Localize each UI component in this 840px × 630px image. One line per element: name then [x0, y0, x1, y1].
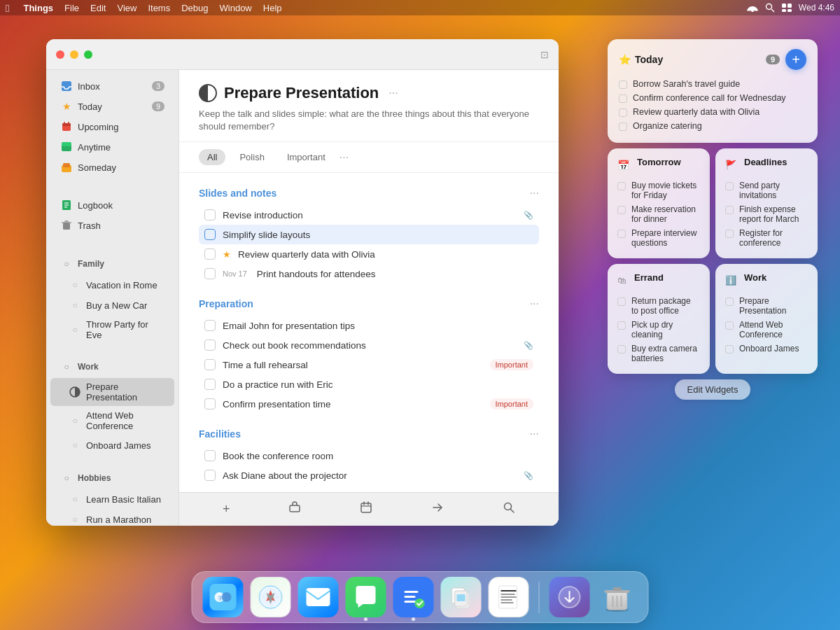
filter-important[interactable]: Important [279, 149, 334, 165]
dock-app-safari[interactable] [251, 577, 291, 617]
work-item-1[interactable]: Prepare Presentation [725, 294, 808, 318]
sidebar-item-vacation-rome[interactable]: ○ Vacation in Rome [50, 275, 174, 295]
book-room-checkbox[interactable] [204, 450, 216, 461]
tomorrow-item-3[interactable]: Prepare interview questions [617, 226, 700, 250]
sidebar-item-learn-italian[interactable]: ○ Learn Basic Italian [50, 489, 174, 509]
today-add-button[interactable]: + [785, 49, 806, 70]
work-item-2[interactable]: Attend Web Conference [725, 318, 808, 342]
check-books-checkbox[interactable] [204, 340, 216, 351]
today-item-2[interactable]: Confirm conference call for Wednesday [619, 91, 806, 105]
sidebar-item-today[interactable]: ★ Today 9 [50, 97, 174, 116]
deadlines-item-1-checkbox[interactable] [725, 182, 734, 190]
rehearsal-checkbox[interactable] [204, 359, 216, 370]
menubar-app-name[interactable]: Things [23, 3, 53, 13]
revise-intro-checkbox[interactable] [204, 209, 216, 220]
errand-item-2-checkbox[interactable] [617, 321, 626, 330]
sidebar-item-trash[interactable]: Trash [50, 216, 174, 235]
tomorrow-item-3-checkbox[interactable] [617, 230, 626, 238]
preparation-section-options[interactable]: ··· [530, 298, 539, 310]
sidebar-item-onboard-james[interactable]: ○ Onboard James [50, 435, 174, 455]
today-item-2-checkbox[interactable] [619, 94, 627, 103]
task-item-simplify-slides[interactable]: Simplify slide layouts [199, 225, 539, 244]
sidebar-item-logbook[interactable]: Logbook [50, 195, 174, 215]
errand-item-1-checkbox[interactable] [617, 298, 626, 306]
dock-app-messages[interactable] [346, 577, 386, 617]
tomorrow-item-1-checkbox[interactable] [617, 182, 626, 190]
sidebar-item-prepare-presentation[interactable]: Prepare Presentation [50, 378, 174, 406]
sidebar-item-attend-web-conference[interactable]: ○ Attend Web Conference [50, 407, 174, 435]
control-center-icon[interactable] [782, 4, 792, 12]
dock-app-textedit[interactable] [489, 577, 529, 617]
sidebar-item-throw-party[interactable]: ○ Throw Party for Eve [50, 316, 174, 344]
deadlines-item-1[interactable]: Send party invitations [725, 178, 808, 202]
deadlines-item-3-checkbox[interactable] [725, 230, 734, 238]
today-item-3-checkbox[interactable] [619, 108, 627, 117]
window-expand-icon[interactable]: ⊡ [540, 49, 549, 60]
dock-app-things[interactable] [393, 577, 434, 617]
fullscreen-button[interactable] [84, 50, 92, 59]
tomorrow-item-2[interactable]: Make reservation for dinner [617, 202, 700, 226]
deadlines-item-3[interactable]: Register for conference [725, 226, 808, 250]
task-item-print-handouts[interactable]: Nov 17 Print handouts for attendees [199, 264, 539, 284]
sidebar-item-buy-car[interactable]: ○ Buy a New Car [50, 295, 174, 315]
toolbar-attach-button[interactable] [283, 498, 307, 520]
filter-polish[interactable]: Polish [231, 149, 272, 165]
dock-app-trash[interactable] [597, 577, 638, 617]
today-item-3[interactable]: Review quarterly data with Olivia [619, 105, 806, 119]
task-item-book-room[interactable]: Book the conference room [199, 446, 539, 465]
print-handouts-checkbox[interactable] [204, 268, 216, 279]
today-item-1[interactable]: Borrow Sarah's travel guide [619, 77, 806, 91]
sidebar-group-family[interactable]: ○ Family [50, 253, 174, 274]
review-quarterly-checkbox[interactable] [204, 248, 216, 260]
menubar-file[interactable]: File [64, 3, 79, 13]
task-item-email-john[interactable]: Email John for presentation tips [199, 316, 539, 335]
toolbar-search-button[interactable] [497, 498, 521, 520]
filter-more-button[interactable]: ··· [340, 151, 349, 164]
task-item-check-books[interactable]: Check out book recommendations 📎 [199, 335, 539, 355]
facilities-section-options[interactable]: ··· [530, 428, 539, 440]
menubar-items[interactable]: Items [148, 3, 170, 13]
task-item-revise-intro[interactable]: Revise introduction 📎 [199, 205, 539, 225]
slides-section-options[interactable]: ··· [530, 187, 539, 200]
task-item-confirm-time[interactable]: Confirm presentation time Important [199, 394, 539, 414]
toolbar-calendar-button[interactable] [354, 498, 378, 520]
dock-app-preview[interactable] [441, 577, 482, 617]
today-item-1-checkbox[interactable] [619, 80, 627, 89]
apple-menu[interactable]:  [6, 2, 9, 14]
menubar-view[interactable]: View [117, 3, 136, 13]
sidebar-group-work[interactable]: ○ Work [50, 356, 174, 377]
sidebar-item-run-marathon[interactable]: ○ Run a Marathon [50, 510, 174, 526]
sidebar-group-hobbies[interactable]: ○ Hobbies [50, 468, 174, 489]
tomorrow-item-1[interactable]: Buy movie tickets for Friday [617, 178, 700, 202]
menubar-help[interactable]: Help [263, 3, 282, 13]
task-item-rehearsal[interactable]: Time a full rehearsal Important [199, 355, 539, 374]
tomorrow-item-2-checkbox[interactable] [617, 206, 626, 214]
simplify-slides-checkbox[interactable] [204, 229, 216, 240]
practice-run-checkbox[interactable] [204, 379, 216, 390]
dock-app-finder[interactable]: :) [203, 577, 244, 617]
errand-item-2[interactable]: Pick up dry cleaning [617, 318, 700, 342]
errand-item-1[interactable]: Return package to post office [617, 294, 700, 318]
toolbar-forward-button[interactable] [426, 498, 449, 520]
errand-item-3-checkbox[interactable] [617, 345, 626, 354]
menubar-edit[interactable]: Edit [90, 3, 106, 13]
dock-app-mail[interactable] [298, 577, 339, 617]
sidebar-item-upcoming[interactable]: Upcoming [50, 117, 174, 136]
today-item-4-checkbox[interactable] [619, 122, 627, 131]
work-item-2-checkbox[interactable] [725, 321, 734, 330]
search-icon[interactable] [765, 3, 775, 13]
task-item-practice-run[interactable]: Do a practice run with Eric [199, 374, 539, 394]
ask-diane-checkbox[interactable] [204, 470, 216, 481]
toolbar-add-button[interactable]: + [217, 499, 236, 519]
filter-all[interactable]: All [199, 149, 225, 165]
deadlines-item-2[interactable]: Finish expense report for March [725, 202, 808, 226]
minimize-button[interactable] [70, 50, 78, 59]
work-item-1-checkbox[interactable] [725, 298, 734, 306]
errand-item-3[interactable]: Buy extra camera batteries [617, 342, 700, 365]
task-options-button[interactable]: ··· [388, 87, 398, 99]
task-item-ask-diane[interactable]: Ask Diane about the projector 📎 [199, 465, 539, 485]
deadlines-item-2-checkbox[interactable] [725, 206, 734, 214]
sidebar-item-inbox[interactable]: Inbox 3 [50, 76, 174, 96]
menubar-debug[interactable]: Debug [181, 3, 208, 13]
confirm-time-checkbox[interactable] [204, 398, 216, 410]
